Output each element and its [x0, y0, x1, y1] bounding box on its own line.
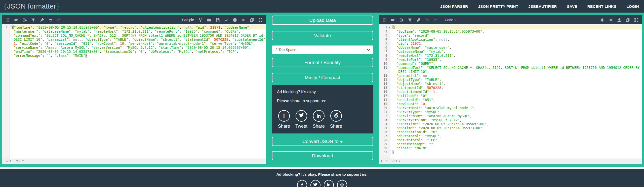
- minify-compact-button[interactable]: Minify / Compact: [272, 73, 373, 82]
- undo-icon[interactable]: [48, 18, 53, 22]
- reddit-share-label[interactable]: Share: [330, 124, 342, 129]
- linkedin-share-button[interactable]: in: [313, 110, 325, 122]
- linkedin-share-button[interactable]: in: [324, 180, 334, 187]
- sort-icon[interactable]: [22, 18, 27, 22]
- twitter-share-label[interactable]: Tweet: [295, 124, 307, 129]
- code-line: "serverType": "MySQL",: [390, 110, 642, 114]
- line-number: 22: [379, 114, 390, 118]
- format-beautify-label: Format / Beautify: [304, 60, 341, 65]
- code-line: "class": "MAIN": [390, 146, 642, 150]
- upload-data-button[interactable]: Upload Data: [272, 16, 373, 25]
- clear-icon[interactable]: [608, 18, 613, 22]
- left-code-editor[interactable]: 1 {"logTime": "2020-08-05 20:15:14.05597…: [2, 24, 266, 159]
- nav-link-json-parser[interactable]: JSON PARSER: [440, 4, 468, 9]
- download-button[interactable]: Download: [272, 151, 373, 160]
- code-line: "serverVersion": "MySQL 5.7.12",: [390, 118, 642, 122]
- print-icon[interactable]: [232, 18, 237, 22]
- code-line: "pid": 21971,: [390, 41, 642, 45]
- format-lines-icon[interactable]: [5, 18, 10, 22]
- tree-view-icon[interactable]: [600, 18, 605, 22]
- footer-share-text: Ad blocking? It's okay. Please share to …: [0, 172, 644, 176]
- code-line: "dbUserName": "masteruser",: [390, 45, 642, 50]
- line-number: 19: [379, 102, 390, 106]
- code-line: }: [390, 150, 642, 154]
- app-logo[interactable]: {JSON formatter}: [4, 3, 59, 10]
- line-number: 4: [379, 37, 390, 41]
- convert-json-button[interactable]: Convert JSON to: [272, 137, 373, 146]
- save-icon[interactable]: [215, 18, 220, 22]
- left-line-indicator: Ln: 1: [5, 160, 11, 163]
- fullscreen-icon[interactable]: [634, 18, 639, 22]
- nav-link-jsbeautifier[interactable]: JSBEAUTIFIER: [528, 4, 557, 9]
- fold-icon[interactable]: ▾: [389, 26, 390, 30]
- line-number: 18: [379, 98, 390, 102]
- validate-check-icon[interactable]: [224, 18, 229, 22]
- line-number: 31: [379, 150, 390, 154]
- left-code-content[interactable]: {"logTime": "2020-08-05 20:15:14.055973+…: [10, 25, 266, 159]
- open-file-icon[interactable]: [207, 18, 212, 22]
- twitter-share-button[interactable]: [310, 180, 320, 187]
- facebook-share-button[interactable]: f: [278, 110, 290, 122]
- sort-icon[interactable]: [399, 18, 404, 22]
- copy-icon[interactable]: [250, 18, 254, 22]
- share-buttons-row: f Share Tweet in Share Share: [277, 110, 368, 129]
- compact-lines-icon[interactable]: [390, 18, 395, 22]
- code-line: DESC LIMIT 10", "paramList": null, "obje…: [10, 37, 266, 41]
- nav-link-login[interactable]: LOGIN: [627, 4, 639, 9]
- reddit-share-button[interactable]: [337, 180, 347, 187]
- undo-icon[interactable]: [425, 18, 429, 22]
- code-line: "startTime": "2020-08-05 20:15:14.055697…: [390, 122, 642, 126]
- download-result-icon[interactable]: [617, 18, 622, 22]
- minify-compact-label: Minify / Compact: [305, 75, 340, 80]
- url-fork-icon[interactable]: [198, 18, 203, 22]
- redo-icon[interactable]: [433, 18, 438, 22]
- code-line: {: [390, 25, 642, 29]
- fullscreen-icon[interactable]: [258, 18, 263, 22]
- sample-dropdown[interactable]: Sample: [182, 18, 194, 22]
- line-number: 1: [2, 25, 10, 29]
- validate-button[interactable]: Validate: [272, 31, 373, 40]
- facebook-share-button[interactable]: f: [297, 180, 307, 187]
- facebook-icon: f: [283, 113, 285, 119]
- footer: Ad blocking? It's okay. Please share to …: [0, 169, 644, 187]
- code-line: "command": "QUERY",: [390, 62, 642, 66]
- code-mode-dropdown[interactable]: Code: [445, 18, 453, 22]
- line-number: [2, 54, 10, 58]
- text-cursor: [394, 26, 394, 29]
- nav-link-json-pretty-print[interactable]: JSON PRETTY PRINT: [478, 4, 518, 9]
- right-code-content[interactable]: { "logTime": "2020-08-05 20:15:14.055973…: [390, 25, 642, 159]
- json-formatter-app: {JSON formatter} JSON PARSERJSON PRETTY …: [0, 0, 644, 187]
- compact-lines-icon[interactable]: [14, 18, 19, 22]
- header: {JSON formatter} JSON PARSERJSON PRETTY …: [0, 0, 644, 13]
- code-line: "serviceName": "Amazon Aurora MySQL", "s…: [10, 45, 266, 50]
- reddit-share-button[interactable]: [330, 110, 342, 122]
- format-lines-icon[interactable]: [382, 18, 387, 22]
- left-editor-panel: Sample 1 {"logTime": "2020-08-05 20:15:1…: [2, 15, 266, 164]
- repair-wrench-icon[interactable]: [416, 18, 421, 22]
- line-number: 9: [379, 58, 390, 62]
- code-line: "logTime": "2020-08-05 20:15:14.055973+0…: [390, 29, 642, 33]
- repair-wrench-icon[interactable]: [39, 18, 44, 22]
- code-line: "dbProtocol": "MySQL",: [390, 134, 642, 138]
- linkedin-share-label[interactable]: Share: [313, 124, 325, 129]
- format-beautify-button[interactable]: Format / Beautify: [272, 58, 373, 67]
- right-toolbar: Code ▾: [379, 15, 642, 24]
- line-number: 29: [379, 142, 390, 146]
- code-line: {"logTime": "2020-08-05 20:15:14.055973+…: [10, 25, 266, 29]
- promo-line-2: Please share to support us:: [277, 99, 368, 103]
- nav-link-recent-links[interactable]: RECENT LINKS: [587, 4, 617, 9]
- nav-link-save[interactable]: SAVE: [567, 4, 577, 9]
- facebook-share-label[interactable]: Share: [278, 124, 290, 129]
- filter-icon[interactable]: [31, 18, 36, 22]
- filter-icon[interactable]: [408, 18, 412, 22]
- linkedin-icon: in: [327, 183, 330, 187]
- redo-icon[interactable]: [57, 18, 61, 22]
- twitter-share-button[interactable]: [296, 110, 307, 122]
- line-number: 12: [379, 74, 390, 78]
- promo-line-1: Ad blocking? It's okay.: [277, 90, 368, 94]
- copy-icon[interactable]: [625, 18, 630, 22]
- right-line-gutter: 1▾23456789101112131415161718192021222324…: [379, 24, 390, 159]
- right-code-editor[interactable]: 1▾23456789101112131415161718192021222324…: [379, 24, 642, 159]
- indentation-select[interactable]: 2 Tab Space: [272, 45, 373, 54]
- clear-icon[interactable]: [241, 18, 246, 22]
